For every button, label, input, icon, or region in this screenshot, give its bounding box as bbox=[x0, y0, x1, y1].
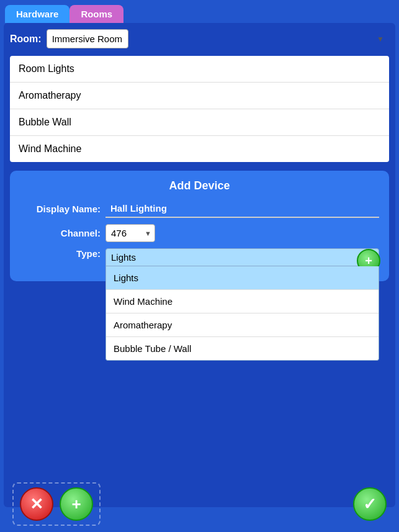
main-area: Room: Immersive Room Sensory Room Therap… bbox=[4, 23, 395, 507]
cancel-icon: ✕ bbox=[30, 495, 43, 514]
room-label: Room: bbox=[10, 34, 42, 45]
type-row: Type: Lights ▼ Lights Wind Machine Aroma… bbox=[20, 248, 379, 266]
room-select-arrow-icon: ▼ bbox=[377, 35, 384, 43]
channel-select-wrapper: 476 477 478 ▼ bbox=[105, 224, 155, 242]
room-selector-row: Room: Immersive Room Sensory Room Therap… bbox=[10, 29, 389, 48]
cancel-button[interactable]: ✕ bbox=[20, 487, 53, 521]
tab-bar: Hardware Rooms bbox=[0, 0, 399, 23]
bottom-bar: ✕ + ✓ bbox=[0, 482, 399, 526]
type-option-aromatherapy[interactable]: Aromatherapy bbox=[106, 313, 379, 337]
type-dropdown: Lights Wind Machine Aromatherapy Bubble … bbox=[105, 266, 379, 361]
tab-hardware[interactable]: Hardware bbox=[5, 5, 69, 23]
add-device-title: Add Device bbox=[20, 179, 379, 192]
confirm-icon: ✓ bbox=[363, 495, 377, 514]
type-option-lights[interactable]: Lights bbox=[106, 266, 379, 290]
add-button[interactable]: + bbox=[60, 487, 93, 521]
display-name-row: Display Name: bbox=[20, 200, 379, 218]
bottom-left-actions: ✕ + bbox=[12, 482, 101, 526]
list-item[interactable]: Bubble Wall bbox=[10, 109, 389, 136]
type-option-bubble-tube[interactable]: Bubble Tube / Wall bbox=[106, 337, 379, 360]
add-device-panel: Add Device Display Name: Channel: 476 47… bbox=[10, 171, 389, 281]
display-name-label: Display Name: bbox=[20, 204, 101, 214]
list-item[interactable]: Room Lights bbox=[10, 56, 389, 83]
device-list: Room Lights Aromatherapy Bubble Wall Win… bbox=[10, 56, 389, 162]
type-label: Type: bbox=[20, 248, 101, 259]
channel-row: Channel: 476 477 478 ▼ bbox=[20, 224, 379, 242]
channel-label: Channel: bbox=[20, 228, 101, 238]
list-item[interactable]: Wind Machine bbox=[10, 136, 389, 162]
room-select-wrapper: Immersive Room Sensory Room Therapy Room… bbox=[47, 29, 389, 48]
add-icon: + bbox=[71, 495, 81, 514]
confirm-button[interactable]: ✓ bbox=[353, 487, 387, 521]
room-select[interactable]: Immersive Room Sensory Room Therapy Room bbox=[47, 29, 128, 48]
tab-rooms[interactable]: Rooms bbox=[69, 5, 123, 23]
channel-select[interactable]: 476 477 478 bbox=[105, 224, 155, 242]
type-select-display[interactable]: Lights ▼ bbox=[105, 248, 379, 266]
type-option-wind-machine[interactable]: Wind Machine bbox=[106, 290, 379, 313]
type-selected-value: Lights bbox=[111, 252, 136, 263]
display-name-input[interactable] bbox=[105, 200, 379, 218]
type-select-wrapper: Lights ▼ Lights Wind Machine Aromatherap… bbox=[105, 248, 379, 266]
list-item[interactable]: Aromatherapy bbox=[10, 83, 389, 109]
